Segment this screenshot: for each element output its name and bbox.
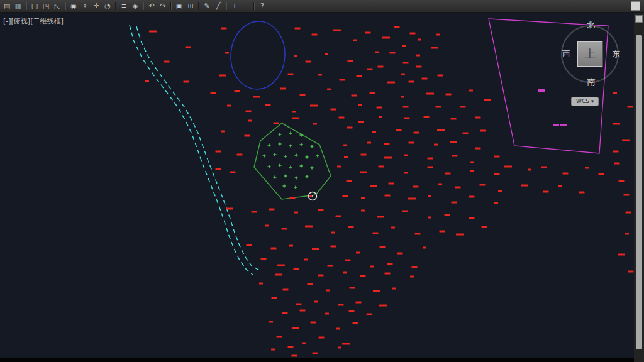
vertical-scrollbar-thumb[interactable] bbox=[636, 35, 642, 349]
toolbar-separator bbox=[226, 2, 227, 10]
layer-properties-icon[interactable]: ◈ bbox=[130, 1, 141, 11]
subtract-icon[interactable]: − bbox=[240, 1, 252, 11]
toolbar-corner-button[interactable] bbox=[631, 1, 640, 11]
pencil-icon[interactable]: ✎ bbox=[201, 1, 213, 11]
toolbar-separator bbox=[65, 2, 66, 10]
toolbar-separator bbox=[143, 2, 144, 10]
add-icon[interactable]: + bbox=[229, 1, 240, 11]
zoom-window-icon[interactable]: ◉ bbox=[68, 1, 79, 11]
model-space-viewport[interactable] bbox=[0, 13, 634, 358]
undo-icon[interactable]: ↶ bbox=[146, 1, 157, 11]
viewcube: 北 南 西 东 上 WCS ▾ bbox=[553, 18, 629, 112]
viewcube-north-label[interactable]: 北 bbox=[553, 21, 629, 30]
help-icon[interactable]: ? bbox=[257, 1, 268, 11]
toolbar-separator bbox=[253, 2, 255, 10]
view-control[interactable]: [俯视] bbox=[11, 17, 31, 25]
open-file-icon[interactable]: ◳ bbox=[40, 1, 52, 11]
layer-table-icon[interactable]: ▤ bbox=[1, 1, 13, 11]
viewport-minimize-control[interactable]: [-] bbox=[3, 17, 11, 25]
navigation-bar-button[interactable] bbox=[635, 15, 643, 23]
toolbar-separator bbox=[170, 2, 172, 10]
visual-style-control[interactable]: [二维线框] bbox=[30, 17, 64, 25]
toolbar-separator bbox=[26, 2, 27, 10]
viewcube-south-label[interactable]: 南 bbox=[553, 78, 629, 87]
viewport-controls: [-][俯视][二维线框] bbox=[3, 16, 64, 26]
orbit-icon[interactable]: ◔ bbox=[102, 1, 113, 11]
polyline-icon[interactable]: ╱ bbox=[213, 1, 224, 11]
toolbar-separator bbox=[198, 2, 199, 10]
grid-snap-icon[interactable]: ⊞ bbox=[185, 1, 196, 11]
viewport-bottom-edge bbox=[0, 358, 634, 362]
toolbar-separator bbox=[115, 2, 116, 10]
pan-icon[interactable]: ✛ bbox=[91, 1, 102, 11]
viewcube-west-label[interactable]: 西 bbox=[562, 50, 570, 58]
right-panel bbox=[634, 13, 644, 362]
viewcube-top-face[interactable]: 上 bbox=[577, 41, 602, 67]
save-icon[interactable]: ▣ bbox=[174, 1, 185, 11]
sheet-set-icon[interactable]: ▥ bbox=[13, 1, 24, 11]
wcs-dropdown[interactable]: WCS ▾ bbox=[571, 97, 599, 106]
zoom-extents-icon[interactable]: ⌖ bbox=[79, 1, 91, 11]
new-file-icon[interactable]: ▢ bbox=[29, 1, 40, 11]
layers-icon[interactable]: ≡ bbox=[118, 1, 130, 11]
viewcube-east-label[interactable]: 东 bbox=[612, 50, 620, 58]
plot-icon[interactable]: ◺ bbox=[52, 1, 63, 11]
top-toolbar: ▤▥▢◳◺◉⌖✛◔≡◈↶↷▣⊞✎╱+−? bbox=[0, 0, 644, 13]
redo-icon[interactable]: ↷ bbox=[157, 1, 169, 11]
